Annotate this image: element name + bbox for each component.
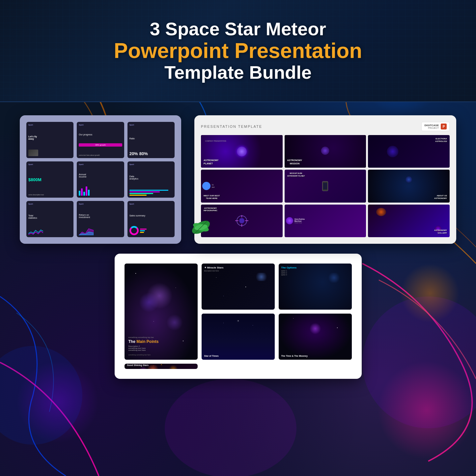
space-slide-star: Star of Times — [202, 314, 275, 360]
presentation-template-label: Presentation Template — [201, 125, 262, 128]
astro-label-planet: ASTRONOMYPLANET — [202, 157, 220, 167]
slide-label-2: Sparit — [79, 124, 83, 126]
space-slide-time: The Time & The Mooney — [279, 314, 352, 360]
slide-label-9: Sparit — [129, 203, 134, 205]
astronomy-grid: COMPANY PRESENTATION ASTRONOMYPLANET AST… — [201, 135, 450, 237]
panel-space: something something top bar The Main Poi… — [115, 254, 362, 379]
astro-slide-mission: ASTRONOMYMISSION — [285, 135, 366, 168]
astro-slide-about: ABOUT USASTRONOMY — [368, 170, 450, 202]
digitcase-line1: DIGITCASE — [424, 124, 439, 127]
slide-label-8: Sparit — [79, 203, 83, 205]
header-line1: 3 Space Star Meteor — [150, 19, 326, 39]
slide-thumb-value: Sparit $800M some description text — [26, 161, 73, 198]
ratio-pct1: 20% — [129, 151, 138, 156]
slide-thumb-fly: Sparit Let's flyaway — [26, 122, 73, 158]
ratio-pct2: 80% — [139, 151, 148, 156]
slide-label-3: Sparit — [129, 124, 134, 126]
header-line2: Powerpoint Presentation — [114, 39, 362, 62]
astro-slide-electiona: ELECTIONAASTROLOGI — [368, 135, 450, 168]
slide-thumb-ratio: Sparit Ratio 20% 80% — [127, 122, 175, 158]
space-slide-shining: Good Shining Stars — [125, 364, 198, 369]
slide-label-5: Sparit — [79, 163, 83, 165]
slide-thumb-sales: Sparit Sales summary — [127, 201, 175, 237]
options-label: The Options — [281, 266, 297, 269]
shining-stars-label: Good Shining Stars — [127, 364, 149, 366]
slide-label-1: Sparit — [28, 124, 33, 126]
astro-label-mission: ASTRONOMYMISSION — [286, 157, 304, 167]
astro-slide-team: 01 text MEET OUR BESTTEAM HERE — [201, 170, 283, 202]
slide-thumb-analytics: Sparit Dataanalytics — [127, 161, 175, 198]
bottom-row: something something top bar The Main Poi… — [20, 254, 456, 379]
panel-analytics: Sparit Let's flyaway Sparit Our progress… — [20, 115, 181, 244]
digitcase-line2: PROJECT — [428, 127, 439, 129]
leaf-decoration — [188, 214, 214, 240]
astro-slide-planet: COMPANY PRESENTATION ASTRONOMYPLANET — [201, 135, 283, 168]
digitcase-badge: DIGITCASE PROJECT P — [421, 122, 450, 131]
panel-astronomy: Presentation Template DIGITCASE PROJECT … — [194, 115, 456, 244]
space-slide-mainpoints: something something top bar The Main Poi… — [125, 264, 198, 360]
astro-slide-mockup: MOCKUP SLIDEASTRONOMY PLANET — [285, 170, 366, 202]
slide-thumb-stats: Sparit Totalstatistics — [26, 201, 73, 237]
astro-label-electiona: ELECTIONAASTROLOGI — [434, 136, 448, 144]
top-row: Sparit Let's flyaway Sparit Our progress… — [20, 115, 456, 244]
header-line3: Template Bundle — [164, 62, 312, 83]
slide-label-6: Sparit — [129, 163, 134, 165]
content-area: Sparit Let's flyaway Sparit Our progress… — [0, 102, 476, 476]
astro-slide-person: Anna KatrinaMarchesi TITLE TITLE — [285, 205, 366, 237]
header-banner: 3 Space Star Meteor Powerpoint Presentat… — [0, 0, 476, 102]
astro-label-gallery: ASTRONOMYGALLERY — [433, 228, 448, 236]
astro-label-mockup: MOCKUP SLIDEASTRONOMY PLANET — [286, 171, 306, 179]
space-slide-options: The Options option 1 option 2 option 3 — [279, 264, 352, 310]
svg-point-10 — [239, 218, 244, 223]
astro-slide-gallery: ASTRONOMYGALLERY — [368, 205, 450, 237]
panel-right-header: Presentation Template DIGITCASE PROJECT … — [201, 122, 450, 131]
miracle-stars-label: Miracle Stars — [207, 266, 224, 269]
space-slide-miracle: ✦ Miracle Stars description text here — [202, 264, 275, 310]
slide-thumb-roi: Sparit Return oninvestment — [77, 201, 124, 237]
slide-label-4: Sparit — [28, 163, 33, 165]
powerpoint-icon: P — [441, 124, 447, 129]
star-times-label: Star of Times — [204, 355, 219, 357]
astro-label-about: ABOUT USASTRONOMY — [433, 193, 448, 201]
astro-label-team: MEET OUR BESTTEAM HERE — [202, 193, 221, 201]
slide-thumb-income: Sparit AnnualIncome — [77, 161, 124, 198]
slide-thumb-progress: Sparit Our progress 98% growth some text… — [77, 122, 124, 158]
slide-label-7: Sparit — [28, 203, 33, 205]
astro-label-infographic: ASTRONOMYINFOGRAPHIC — [202, 206, 219, 214]
time-mooney-label: The Time & The Mooney — [281, 355, 308, 357]
